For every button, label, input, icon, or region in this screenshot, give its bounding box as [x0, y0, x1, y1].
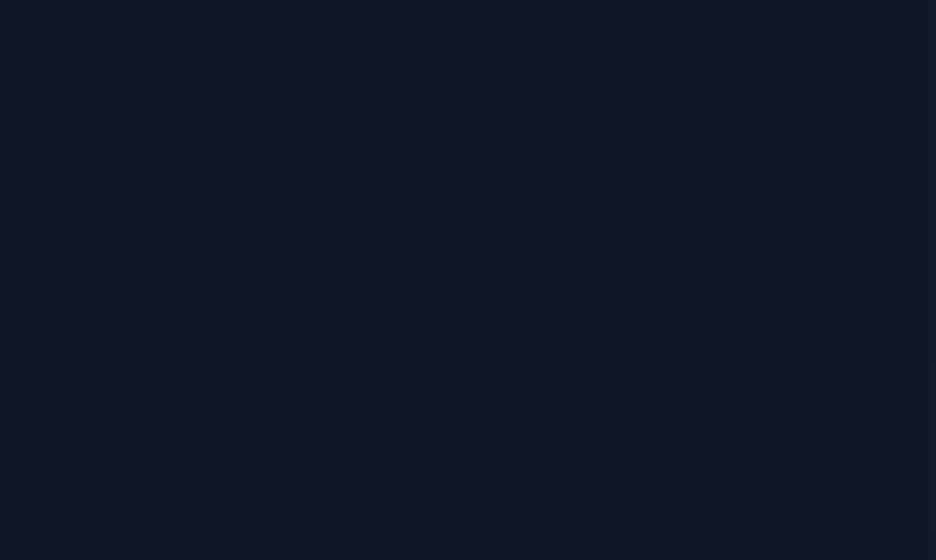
scrollbar[interactable]	[928, 0, 936, 187]
